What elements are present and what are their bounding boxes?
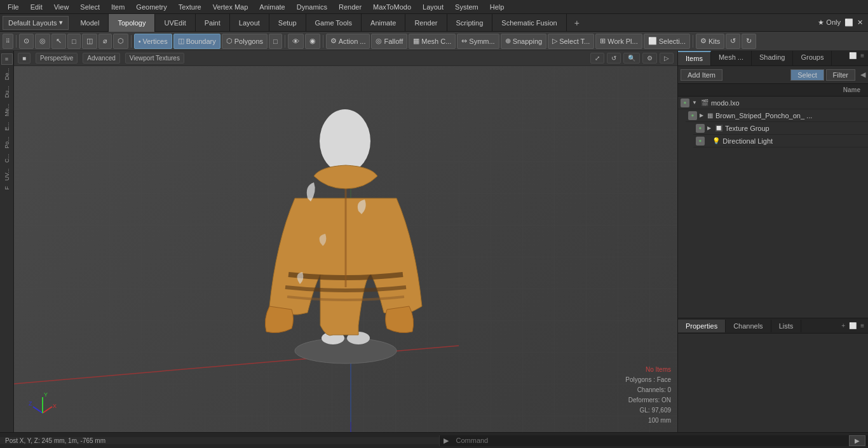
menu-texture[interactable]: Texture — [173, 2, 207, 12]
viewport[interactable]: ■ Perspective Advanced Viewport Textures… — [14, 51, 677, 432]
tab-layout[interactable]: Layout — [230, 14, 269, 32]
menu-layout[interactable]: Layout — [417, 2, 449, 12]
item-eye-poncho[interactable]: ● — [688, 111, 697, 120]
toolbar-action[interactable]: ⚙ Action ... — [326, 34, 370, 49]
sidebar-label-f[interactable]: F — [3, 184, 11, 193]
menu-edit[interactable]: Edit — [25, 2, 48, 12]
fold-arrow-poncho[interactable]: ▶ — [700, 112, 703, 118]
toolbar-kits[interactable]: ⚙ Kits — [696, 34, 724, 49]
toolbar-eye-closed[interactable]: ◉ — [305, 34, 320, 49]
menu-file[interactable]: File — [3, 2, 24, 12]
item-row-modo[interactable]: ● ▼ 🎬 modo.lxo — [678, 97, 868, 109]
add-layout-tab[interactable]: + — [569, 15, 585, 31]
toolbar-sphere[interactable]: ⊙ — [19, 34, 34, 49]
sidebar-toggle[interactable]: ≡ — [1, 53, 13, 65]
toolbar-symm[interactable]: ⇔ Symm... — [457, 34, 499, 49]
toolbar-boundary[interactable]: ◫ Boundary — [173, 34, 220, 49]
item-eye-light[interactable]: ● — [696, 137, 705, 146]
viewport-expand-btn[interactable]: ▷ — [660, 53, 674, 64]
tab-mesh[interactable]: Mesh ... — [711, 51, 752, 65]
menu-geometry[interactable]: Geometry — [131, 2, 172, 12]
item-row-poncho[interactable]: ● ▶ ▦ Brown_Striped_Poncho_on_ ... — [686, 109, 868, 122]
toolbar-icon-a[interactable]: ⠿ — [3, 34, 13, 49]
tab-render[interactable]: Render — [405, 14, 447, 32]
viewport-fit-btn[interactable]: ⤢ — [590, 53, 604, 64]
tab-game-tools[interactable]: Game Tools — [306, 14, 362, 32]
menu-help[interactable]: Help — [485, 2, 510, 12]
menu-render[interactable]: Render — [334, 2, 367, 12]
menu-animate[interactable]: Animate — [254, 2, 290, 12]
viewport-textures-btn[interactable]: Viewport Textures — [125, 53, 184, 64]
toolbar-mesh-c[interactable]: ▦ Mesh C... — [409, 34, 456, 49]
sidebar-label-uv[interactable]: UV... — [3, 166, 11, 183]
item-eye-modo[interactable]: ● — [681, 98, 689, 107]
viewport-canvas[interactable]: X Z Y No Items Polygons : Face Channels:… — [14, 66, 677, 432]
tab-groups[interactable]: Groups — [793, 51, 832, 65]
filter-button[interactable]: Filter — [826, 69, 855, 81]
toolbar-cursor[interactable]: ↖ — [51, 34, 66, 49]
close-icon[interactable]: ✕ — [857, 18, 863, 27]
sidebar-label-po[interactable]: Po... — [3, 134, 11, 151]
toolbar-rotate-left[interactable]: ↺ — [726, 34, 740, 49]
item-row-texture-group[interactable]: ● ▶ 🔲 Texture Group — [693, 122, 868, 135]
tab-topology[interactable]: Topology — [109, 14, 155, 32]
menu-dynamics[interactable]: Dynamics — [292, 2, 332, 12]
menu-system[interactable]: System — [450, 2, 484, 12]
item-row-light[interactable]: ● 💡 Directional Light — [693, 135, 868, 147]
toolbar-rect[interactable]: ◫ — [82, 34, 97, 49]
tab-scripting[interactable]: Scripting — [447, 14, 493, 32]
toolbar-box[interactable]: □ — [67, 34, 81, 49]
command-execute-btn[interactable]: ▶ — [849, 435, 865, 446]
menu-select[interactable]: Select — [75, 2, 105, 12]
sidebar-label-du[interactable]: Du... — [3, 83, 11, 100]
sidebar-label-me[interactable]: Me... — [3, 101, 11, 119]
menu-item[interactable]: Item — [106, 2, 130, 12]
command-input[interactable] — [452, 437, 850, 444]
layout-dropdown[interactable]: Default Layouts ▾ — [3, 16, 69, 30]
toolbar-vertices[interactable]: • Vertices — [134, 34, 172, 49]
toolbar-polygons[interactable]: ⬡ Polygons — [222, 34, 268, 49]
tab-paint[interactable]: Paint — [196, 14, 230, 32]
tab-uvedit[interactable]: UVEdit — [155, 14, 195, 32]
viewport-corner-btn[interactable]: ■ — [18, 53, 31, 64]
tab-shading[interactable]: Shading — [752, 51, 793, 65]
panel-collapse-icon[interactable]: ≡ — [859, 51, 865, 65]
viewport-search-btn[interactable]: 🔍 — [623, 53, 640, 64]
viewport-settings-btn[interactable]: ⚙ — [642, 53, 657, 64]
tab-setup[interactable]: Setup — [269, 14, 306, 32]
maximize-icon[interactable]: ⬜ — [844, 18, 853, 27]
tab-model[interactable]: Model — [71, 14, 109, 32]
viewport-perspective-btn[interactable]: Perspective — [36, 53, 78, 64]
toolbar-square-mode[interactable]: □ — [269, 34, 282, 49]
fold-arrow-modo[interactable]: ▼ — [692, 100, 697, 105]
items-collapse-icon[interactable]: ◀ — [860, 71, 865, 79]
panel-expand-icon[interactable]: ⬜ — [848, 51, 858, 65]
toolbar-eye-open[interactable]: 👁 — [288, 34, 304, 49]
item-eye-texture[interactable]: ● — [696, 124, 705, 133]
tab-items[interactable]: Items — [678, 51, 711, 65]
props-tab-lists[interactable]: Lists — [771, 320, 802, 332]
toolbar-rotate-right[interactable]: ↻ — [742, 34, 756, 49]
viewport-refresh-btn[interactable]: ↺ — [607, 53, 621, 64]
toolbar-circle[interactable]: ◎ — [35, 34, 50, 49]
menu-vertex-map[interactable]: Vertex Map — [208, 2, 254, 12]
fold-arrow-texture[interactable]: ▶ — [707, 125, 711, 131]
tab-animate[interactable]: Animate — [362, 14, 405, 32]
toolbar-work-pl[interactable]: ⊞ Work Pl... — [595, 34, 642, 49]
viewport-advanced-btn[interactable]: Advanced — [83, 53, 119, 64]
toolbar-ring[interactable]: ⌀ — [98, 34, 112, 49]
menu-maxtomodo[interactable]: MaxToModo — [368, 2, 416, 12]
toolbar-select-t[interactable]: ▷ Select T... — [548, 34, 594, 49]
toolbar-hex[interactable]: ⬡ — [113, 34, 128, 49]
toolbar-falloff[interactable]: ◎ Falloff — [371, 34, 407, 49]
toolbar-snapping[interactable]: ⊕ Snapping — [501, 34, 547, 49]
props-tab-properties[interactable]: Properties — [678, 320, 726, 332]
toolbar-selecti[interactable]: ⬜ Selecti... — [644, 34, 690, 49]
props-add-btn[interactable]: + — [840, 321, 846, 330]
props-collapse-icon[interactable]: ≡ — [859, 321, 865, 330]
sidebar-label-c[interactable]: C... — [3, 151, 11, 165]
props-expand-icon[interactable]: ⬜ — [848, 321, 858, 330]
tab-schematic-fusion[interactable]: Schematic Fusion — [492, 14, 566, 32]
add-item-button[interactable]: Add Item — [681, 69, 722, 81]
menu-view[interactable]: View — [49, 2, 74, 12]
